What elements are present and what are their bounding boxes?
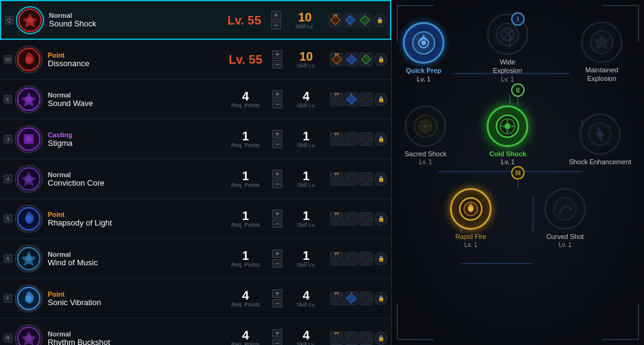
node-label-maintained-explosion: Maintained Explosion (571, 66, 633, 83)
decrease-button[interactable]: − (272, 140, 282, 148)
skill-row-conviction-core[interactable]: 4NormalConviction Core1Req. Points+−1Ski… (0, 159, 391, 199)
decrease-button[interactable]: − (272, 219, 282, 228)
lock-icon: 🔒 (373, 13, 386, 27)
tier1-badge: I (511, 12, 525, 26)
increase-button[interactable]: + (272, 90, 282, 99)
skill-row-rhapsody-of-light[interactable]: 5PointRhapsody of Light1Req. Points+−1Sk… (0, 199, 391, 239)
decrease-button[interactable]: − (272, 299, 282, 308)
node-circle-shock-enhancement (579, 113, 621, 155)
skill-row-wind-of-music[interactable]: 6NormalWind of Music1Req. Points+−1Skill… (0, 239, 391, 279)
increase-button[interactable]: + (272, 289, 282, 298)
gem-diamond (332, 254, 342, 264)
skill-row-sound-wave[interactable]: ENormalSound Wave4Req. Points+−4Skill Lv… (0, 80, 391, 119)
svg-point-7 (26, 136, 32, 142)
increase-button[interactable]: + (272, 210, 282, 218)
gem-slot[interactable] (359, 212, 373, 226)
increase-button[interactable]: + (272, 249, 282, 258)
node-label-sacred-shock: Sacred Shock Lv. 1 (405, 150, 446, 166)
skill-controls: +− (272, 210, 282, 228)
gem-slot[interactable]: III (330, 53, 343, 66)
level-value: 1 (302, 130, 309, 142)
skill-icon-wrap (15, 284, 43, 313)
gem-slot[interactable] (345, 172, 358, 186)
gem-slot[interactable]: III (330, 252, 343, 265)
req-label: Req. Points (231, 262, 260, 268)
skill-level: 10Skill Lv. (283, 11, 326, 29)
node-quick-prep[interactable]: Quick Prep Lv. 1 (403, 22, 444, 83)
lock-icon: 🔒 (374, 292, 388, 305)
node-circle-quick-prep (403, 22, 444, 64)
increase-button[interactable]: + (272, 50, 282, 59)
skill-info: NormalConviction Core (43, 171, 221, 188)
gem-diamond (345, 15, 356, 25)
svg-point-11 (26, 216, 32, 222)
gem-diamond (346, 134, 357, 145)
gem-diamond (361, 214, 372, 224)
gem-slot[interactable]: III (330, 132, 343, 146)
gem-diamond (346, 94, 357, 105)
skill-row-sound-shock[interactable]: QNormalSound ShockLv. 55+−10Skill Lv.III… (0, 0, 391, 40)
node-curved-shot[interactable]: Curved Shot Lv. 1 (544, 188, 586, 249)
gem-slot[interactable] (345, 332, 358, 345)
increase-button[interactable]: + (272, 170, 282, 178)
increase-button[interactable]: + (272, 130, 282, 138)
gem-slot[interactable] (345, 132, 358, 146)
node-label-curved-shot: Curved Shot Lv. 1 (546, 232, 583, 249)
skill-controls: +− (271, 11, 281, 29)
skill-row-sonic-vibration[interactable]: FPointSonic Vibration4Req. Points+−4Skil… (0, 279, 391, 319)
decrease-button[interactable]: − (271, 21, 281, 29)
decrease-button[interactable]: − (272, 180, 282, 188)
increase-button[interactable]: + (272, 329, 282, 338)
increase-button[interactable]: + (271, 11, 281, 20)
gem-diamond (332, 55, 342, 65)
req-label: Req. Points (231, 182, 260, 188)
skill-type: Point (48, 290, 216, 298)
gem-slot[interactable] (345, 252, 358, 265)
gem-slot[interactable]: III (329, 13, 342, 27)
gem-slot[interactable] (359, 93, 373, 106)
gem-slot[interactable] (359, 132, 373, 146)
gem-slot[interactable]: I (345, 292, 358, 305)
skill-icon-wrap (15, 205, 43, 233)
decrease-button[interactable]: − (272, 60, 282, 69)
gem-slot[interactable]: III (330, 212, 343, 226)
gem-slot[interactable] (359, 332, 373, 345)
gem-slot[interactable]: III (330, 172, 343, 186)
decrease-button[interactable]: − (272, 259, 282, 268)
lock-icon: 🔒 (374, 332, 388, 345)
gem-slot[interactable] (345, 53, 358, 66)
req-value: 4 (242, 90, 249, 102)
decrease-button[interactable]: − (272, 339, 282, 345)
node-sacred-shock[interactable]: Sacred Shock Lv. 1 (405, 105, 446, 166)
node-shock-enhancement[interactable]: Shock Enhancement (569, 113, 631, 166)
gem-slot[interactable] (343, 13, 357, 27)
tier3-badge: III (511, 166, 525, 180)
decrease-button[interactable]: − (272, 100, 282, 108)
node-rapid-fire[interactable]: Rapid Fire Lv. 1 (450, 188, 492, 249)
node-cold-shock[interactable]: Cold Shock Lv. 1 (487, 105, 528, 166)
gem-slot[interactable] (345, 212, 358, 226)
gem-slot[interactable]: III (330, 93, 343, 106)
gem-slot[interactable]: III (330, 292, 343, 305)
gem-slot[interactable] (359, 252, 373, 265)
skill-info: NormalSound Shock (44, 12, 220, 28)
skill-req: 1Req. Points (221, 130, 270, 148)
gem-diamond (361, 333, 372, 344)
gem-slot[interactable] (359, 292, 373, 305)
svg-point-1 (27, 17, 33, 23)
gem-slot[interactable]: I (345, 93, 358, 106)
gem-slot[interactable]: III (330, 332, 343, 345)
skill-type: Normal (48, 171, 216, 178)
skill-row-rhythm-buckshot[interactable]: RNormalRhythm Buckshot4Req. Points+−4Ski… (0, 319, 391, 345)
skill-key: E (4, 95, 12, 104)
gem-slot[interactable] (358, 13, 372, 27)
node-circle-rapid-fire (450, 188, 492, 230)
skill-row-dissonance[interactable]: WPointDissonanceLv. 55+−10Skill Lv.III🔒 (0, 40, 391, 80)
node-maintained-explosion[interactable]: Maintained Explosion (571, 21, 633, 83)
gem-diamond (332, 174, 342, 184)
gem-slot[interactable] (359, 53, 373, 66)
node-wide-explosion[interactable]: Wide Explosion Lv. 1 (485, 13, 530, 83)
skill-row-stigma[interactable]: 3CastingStigma1Req. Points+−1Skill Lv.II… (0, 119, 391, 159)
level-value: 4 (302, 329, 309, 341)
gem-slot[interactable] (359, 172, 373, 186)
